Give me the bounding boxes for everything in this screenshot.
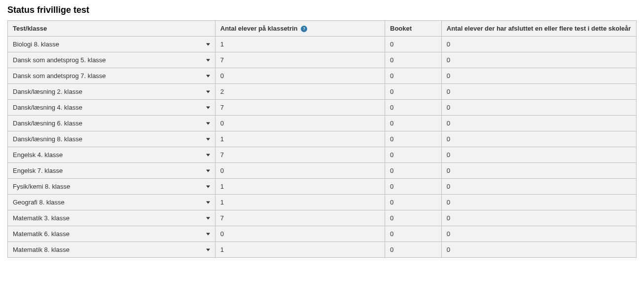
booket-cell: 0 — [385, 52, 442, 68]
booket-cell: 0 — [385, 116, 442, 131]
caret-down-icon — [206, 43, 210, 45]
status-table: Test/klasse Antal elever på klassetrin ?… — [7, 20, 637, 258]
test-label: Dansk som andetsprog 7. klasse — [13, 72, 106, 80]
test-label: Matematik 6. klasse — [13, 230, 70, 238]
afsluttet-cell: 0 — [441, 242, 636, 258]
table-row: Engelsk 7. klasse000 — [8, 163, 637, 179]
test-cell[interactable]: Dansk/læsning 2. klasse — [8, 84, 215, 100]
test-cell[interactable]: Dansk/læsning 4. klasse — [8, 100, 215, 116]
booket-cell: 0 — [385, 37, 442, 52]
info-icon[interactable]: ? — [301, 26, 307, 32]
afsluttet-cell: 0 — [441, 131, 636, 147]
afsluttet-cell: 0 — [441, 195, 636, 210]
caret-down-icon — [206, 90, 210, 93]
test-label: Dansk som andetsprog 5. klasse — [13, 56, 106, 64]
antal-cell: 0 — [215, 163, 385, 179]
col-header-antal-label: Antal elever på klassetrin — [220, 25, 298, 32]
afsluttet-cell: 0 — [441, 84, 636, 100]
test-cell[interactable]: Engelsk 4. klasse — [8, 147, 215, 163]
afsluttet-cell: 0 — [441, 226, 636, 242]
afsluttet-cell: 0 — [441, 37, 636, 52]
antal-cell: 0 — [215, 226, 385, 242]
antal-cell: 1 — [215, 37, 385, 52]
caret-down-icon — [206, 233, 210, 235]
antal-cell: 7 — [215, 52, 385, 68]
afsluttet-cell: 0 — [441, 52, 636, 68]
table-row: Matematik 6. klasse000 — [8, 226, 637, 242]
antal-cell: 7 — [215, 210, 385, 226]
table-row: Dansk/læsning 4. klasse700 — [8, 100, 637, 116]
caret-down-icon — [206, 217, 210, 219]
table-row: Dansk/læsning 6. klasse000 — [8, 116, 637, 131]
test-label: Dansk/læsning 8. klasse — [13, 135, 82, 143]
test-cell[interactable]: Dansk/læsning 6. klasse — [8, 116, 215, 131]
antal-cell: 7 — [215, 147, 385, 163]
booket-cell: 0 — [385, 84, 442, 100]
table-row: Dansk/læsning 2. klasse200 — [8, 84, 637, 100]
test-label: Biologi 8. klasse — [13, 40, 59, 48]
antal-cell: 0 — [215, 68, 385, 84]
table-row: Dansk/læsning 8. klasse100 — [8, 131, 637, 147]
booket-cell: 0 — [385, 131, 442, 147]
test-cell[interactable]: Matematik 6. klasse — [8, 226, 215, 242]
antal-cell: 1 — [215, 195, 385, 210]
col-header-antal: Antal elever på klassetrin ? — [215, 21, 385, 37]
test-cell[interactable]: Matematik 8. klasse — [8, 242, 215, 258]
col-header-booket: Booket — [385, 21, 442, 37]
test-label: Dansk/læsning 2. klasse — [13, 88, 82, 95]
test-label: Geografi 8. klasse — [13, 199, 65, 206]
test-label: Engelsk 7. klasse — [13, 167, 63, 174]
test-label: Dansk/læsning 6. klasse — [13, 120, 82, 127]
test-cell[interactable]: Geografi 8. klasse — [8, 195, 215, 210]
col-header-afsluttet: Antal elever der har afsluttet en eller … — [441, 21, 636, 37]
antal-cell: 1 — [215, 179, 385, 195]
booket-cell: 0 — [385, 68, 442, 84]
afsluttet-cell: 0 — [441, 147, 636, 163]
test-label: Matematik 3. klasse — [13, 214, 70, 222]
afsluttet-cell: 0 — [441, 100, 636, 116]
antal-cell: 1 — [215, 131, 385, 147]
booket-cell: 0 — [385, 210, 442, 226]
table-row: Dansk som andetsprog 5. klasse700 — [8, 52, 637, 68]
table-row: Engelsk 4. klasse700 — [8, 147, 637, 163]
caret-down-icon — [206, 154, 210, 156]
afsluttet-cell: 0 — [441, 163, 636, 179]
test-cell[interactable]: Dansk som andetsprog 5. klasse — [8, 52, 215, 68]
test-cell[interactable]: Fysik/kemi 8. klasse — [8, 179, 215, 195]
table-row: Dansk som andetsprog 7. klasse000 — [8, 68, 637, 84]
table-row: Matematik 8. klasse100 — [8, 242, 637, 258]
table-row: Biologi 8. klasse100 — [8, 37, 637, 52]
table-row: Matematik 3. klasse700 — [8, 210, 637, 226]
page-title: Status frivillige test — [7, 5, 637, 15]
afsluttet-cell: 0 — [441, 179, 636, 195]
booket-cell: 0 — [385, 147, 442, 163]
test-cell[interactable]: Matematik 3. klasse — [8, 210, 215, 226]
antal-cell: 2 — [215, 84, 385, 100]
test-label: Matematik 8. klasse — [13, 246, 70, 253]
col-header-test: Test/klasse — [8, 21, 215, 37]
afsluttet-cell: 0 — [441, 210, 636, 226]
booket-cell: 0 — [385, 226, 442, 242]
afsluttet-cell: 0 — [441, 116, 636, 131]
antal-cell: 7 — [215, 100, 385, 116]
test-label: Fysik/kemi 8. klasse — [13, 183, 70, 190]
test-cell[interactable]: Biologi 8. klasse — [8, 37, 215, 52]
test-cell[interactable]: Dansk som andetsprog 7. klasse — [8, 68, 215, 84]
caret-down-icon — [206, 185, 210, 188]
table-header-row: Test/klasse Antal elever på klassetrin ?… — [8, 21, 637, 37]
caret-down-icon — [206, 122, 210, 124]
caret-down-icon — [206, 138, 210, 140]
antal-cell: 0 — [215, 116, 385, 131]
table-row: Geografi 8. klasse100 — [8, 195, 637, 210]
caret-down-icon — [206, 75, 210, 77]
antal-cell: 1 — [215, 242, 385, 258]
caret-down-icon — [206, 169, 210, 172]
caret-down-icon — [206, 59, 210, 61]
test-label: Engelsk 4. klasse — [13, 151, 63, 159]
test-cell[interactable]: Dansk/læsning 8. klasse — [8, 131, 215, 147]
caret-down-icon — [206, 106, 210, 109]
test-label: Dansk/læsning 4. klasse — [13, 104, 82, 111]
table-row: Fysik/kemi 8. klasse100 — [8, 179, 637, 195]
afsluttet-cell: 0 — [441, 68, 636, 84]
test-cell[interactable]: Engelsk 7. klasse — [8, 163, 215, 179]
